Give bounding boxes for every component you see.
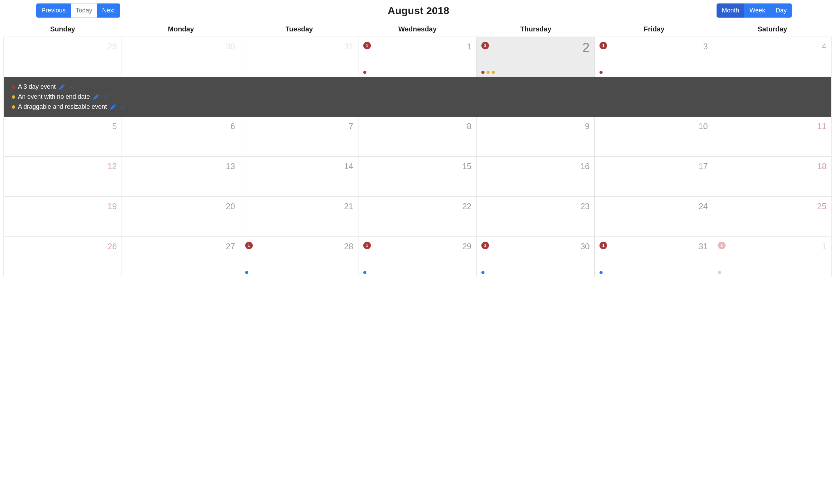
calendar-day-cell[interactable]: 4 — [713, 37, 831, 77]
week-view-button[interactable]: Week — [744, 3, 770, 18]
day-number: 30 — [481, 242, 589, 251]
calendar-day-cell[interactable]: 7 — [240, 117, 358, 157]
calendar-day-cell[interactable]: 16 — [477, 157, 595, 197]
day-number: 17 — [599, 162, 708, 171]
close-icon[interactable] — [119, 104, 126, 110]
calendar-week-row: 2930311132134 — [4, 37, 831, 77]
calendar-day-cell[interactable]: 11 — [713, 237, 831, 277]
calendar-day-cell[interactable]: 15 — [358, 157, 477, 197]
event-color-dot — [12, 85, 15, 89]
calendar-day-cell[interactable]: 18 — [713, 157, 831, 197]
calendar-day-cell[interactable]: 13 — [595, 37, 713, 77]
expanded-day-events-panel: A 3 day eventAn event with no end dateA … — [4, 77, 831, 117]
calendar-day-cell[interactable]: 13 — [122, 157, 240, 197]
day-number: 27 — [127, 242, 235, 251]
event-list-item[interactable]: A draggable and resizable event — [12, 102, 824, 112]
day-number: 18 — [718, 162, 826, 171]
calendar-day-cell[interactable]: 23 — [477, 197, 595, 237]
calendar-week-row: 19202122232425 — [4, 197, 831, 237]
calendar-day-cell[interactable]: 29 — [4, 37, 122, 77]
event-dot-indicator — [487, 71, 490, 74]
event-color-dot — [12, 105, 15, 109]
event-dot-indicator — [718, 271, 721, 274]
day-number: 20 — [127, 202, 235, 211]
calendar-day-cell[interactable]: 9 — [477, 117, 595, 157]
calendar-body: 2930311132134A 3 day eventAn event with … — [3, 37, 832, 277]
close-icon[interactable] — [102, 94, 109, 100]
event-title: A draggable and resizable event — [18, 103, 107, 110]
calendar-week-row: 567891011 — [4, 117, 831, 157]
weekday-header-row: SundayMondayTuesdayWednesdayThursdayFrid… — [3, 22, 832, 37]
day-number: 29 — [363, 242, 471, 251]
calendar-day-cell[interactable]: 25 — [713, 197, 831, 237]
calendar-title: August 2018 — [387, 5, 449, 17]
calendar-day-cell[interactable]: 14 — [240, 157, 358, 197]
pencil-icon[interactable] — [109, 104, 116, 110]
calendar-day-cell[interactable]: 11 — [713, 117, 831, 157]
calendar-day-cell[interactable]: 130 — [477, 237, 595, 277]
nav-button-group: Previous Today Next — [36, 3, 120, 18]
day-number: 1 — [363, 42, 471, 51]
event-dot-indicator — [481, 71, 484, 74]
day-number: 4 — [718, 42, 826, 51]
weekday-header-cell: Wednesday — [358, 22, 477, 37]
calendar-day-cell[interactable]: 8 — [358, 117, 477, 157]
day-number: 16 — [481, 162, 589, 171]
weekday-header-cell: Tuesday — [240, 22, 358, 37]
event-title: An event with no end date — [18, 93, 90, 100]
event-dot-indicator — [492, 71, 495, 74]
event-title: A 3 day event — [18, 83, 56, 90]
calendar-day-cell[interactable]: 21 — [240, 197, 358, 237]
event-dot-indicator — [363, 71, 366, 74]
close-icon[interactable] — [68, 84, 75, 90]
day-number: 11 — [718, 122, 826, 131]
calendar-day-cell[interactable]: 10 — [595, 117, 713, 157]
calendar-day-cell[interactable]: 24 — [595, 197, 713, 237]
day-number: 31 — [245, 42, 353, 51]
day-number: 9 — [481, 122, 589, 131]
day-number: 1 — [718, 242, 826, 251]
pencil-icon[interactable] — [58, 84, 65, 90]
day-number: 12 — [9, 162, 117, 171]
next-button[interactable]: Next — [97, 3, 120, 18]
day-number: 10 — [599, 122, 708, 131]
day-number: 28 — [245, 242, 353, 251]
calendar-day-cell[interactable]: 20 — [122, 197, 240, 237]
month-view-button[interactable]: Month — [717, 3, 744, 18]
calendar-day-cell[interactable]: 128 — [240, 237, 358, 277]
calendar-day-cell[interactable]: 131 — [595, 237, 713, 277]
calendar-day-cell[interactable]: 5 — [4, 117, 122, 157]
day-number: 26 — [9, 242, 117, 251]
event-list-item[interactable]: An event with no end date — [12, 92, 824, 102]
day-number: 25 — [718, 202, 826, 211]
day-number: 24 — [599, 202, 708, 211]
calendar-day-cell[interactable]: 17 — [595, 157, 713, 197]
previous-button[interactable]: Previous — [36, 3, 71, 18]
calendar-day-cell[interactable]: 129 — [358, 237, 477, 277]
event-dot-indicator — [363, 271, 366, 274]
calendar-day-cell[interactable]: 19 — [4, 197, 122, 237]
today-button[interactable]: Today — [71, 3, 97, 18]
day-number: 29 — [9, 42, 117, 51]
day-number: 8 — [363, 122, 471, 131]
calendar-day-cell[interactable]: 32 — [477, 37, 595, 77]
calendar-day-cell[interactable]: 31 — [240, 37, 358, 77]
calendar-day-cell[interactable]: 22 — [358, 197, 477, 237]
event-dots-row — [245, 271, 248, 274]
calendar-day-cell[interactable]: 27 — [122, 237, 240, 277]
view-button-group: Month Week Day — [717, 3, 792, 18]
weekday-header-cell: Saturday — [713, 22, 832, 37]
calendar-day-cell[interactable]: 12 — [4, 157, 122, 197]
calendar-day-cell[interactable]: 26 — [4, 237, 122, 277]
calendar-day-cell[interactable]: 30 — [122, 37, 240, 77]
day-number: 31 — [599, 242, 708, 251]
day-number: 5 — [9, 122, 117, 131]
calendar-week-row: 262712812913013111 — [4, 237, 831, 277]
pencil-icon[interactable] — [93, 94, 99, 100]
event-list-item[interactable]: A 3 day event — [12, 82, 824, 92]
day-number: 30 — [127, 42, 235, 51]
calendar-day-cell[interactable]: 11 — [358, 37, 477, 77]
calendar-day-cell[interactable]: 6 — [122, 117, 240, 157]
day-view-button[interactable]: Day — [770, 3, 792, 18]
weekday-header-cell: Friday — [595, 22, 713, 37]
